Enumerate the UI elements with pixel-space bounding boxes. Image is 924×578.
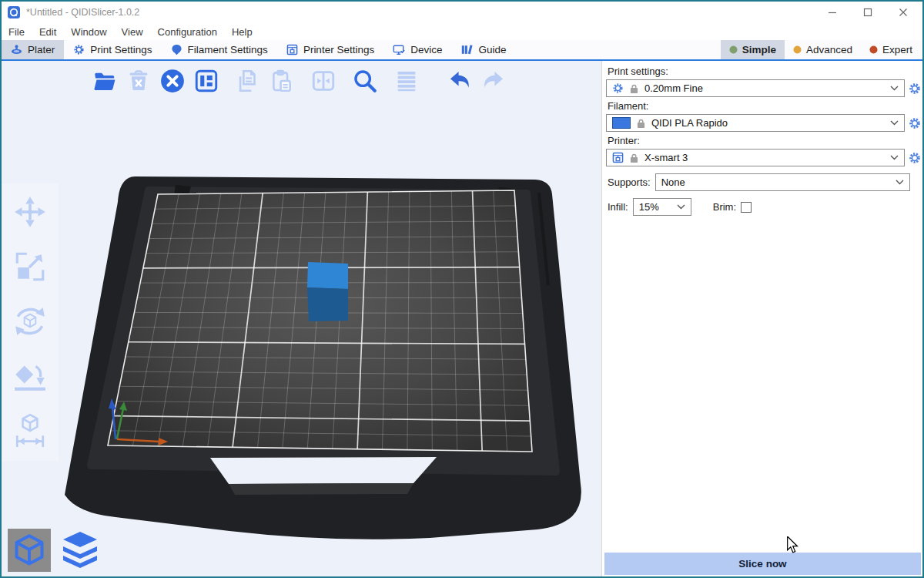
undo-button[interactable] xyxy=(446,67,474,95)
delete-button[interactable] xyxy=(125,67,152,95)
print-settings-gear-button[interactable] xyxy=(909,82,921,95)
3d-view-button[interactable] xyxy=(8,529,51,572)
mouse-cursor xyxy=(785,536,801,553)
slice-now-button[interactable]: Slice now xyxy=(604,553,921,575)
menu-file[interactable]: File xyxy=(8,26,25,38)
printer-icon xyxy=(286,44,298,55)
gizmo-toolbar xyxy=(2,183,59,461)
close-button[interactable] xyxy=(892,3,915,22)
layers-list-icon xyxy=(393,68,420,94)
printer-icon xyxy=(612,152,624,163)
open-folder-icon xyxy=(92,68,118,94)
paste-button[interactable] xyxy=(268,67,296,95)
move-tool-button[interactable] xyxy=(12,194,48,233)
tab-printer-settings[interactable]: Printer Settings xyxy=(277,40,383,59)
viewport-toolbar xyxy=(91,67,507,95)
tab-label: Filament Settings xyxy=(188,44,268,55)
move-icon xyxy=(12,194,48,230)
mode-switcher: Simple Advanced Expert xyxy=(721,40,921,59)
mode-label: Expert xyxy=(882,44,912,55)
maximize-button[interactable] xyxy=(856,3,879,22)
gear-icon xyxy=(73,44,85,55)
delete-all-button[interactable] xyxy=(159,67,186,95)
filament-combo[interactable]: QIDI PLA Rapido xyxy=(606,114,905,132)
title-bar: *Untitled - QIDISlicer-1.0.2 xyxy=(2,2,922,23)
redo-icon xyxy=(480,68,507,94)
printer-gear-button[interactable] xyxy=(909,152,921,164)
chevron-down-icon xyxy=(896,180,904,185)
menu-window[interactable]: Window xyxy=(71,26,106,38)
printer-combo[interactable]: X-smart 3 xyxy=(606,149,905,166)
chevron-down-icon xyxy=(890,120,899,126)
handle-notch xyxy=(210,457,437,484)
tab-bar: Plater Print Settings Filament Settings … xyxy=(2,40,922,61)
mode-advanced[interactable]: Advanced xyxy=(785,40,861,59)
tab-label: Guide xyxy=(478,44,506,55)
menu-bar: File Edit Window View Configuration Help xyxy=(2,23,922,40)
tab-plater[interactable]: Plater xyxy=(2,40,64,59)
rotate-tool-button[interactable] xyxy=(12,304,48,342)
mode-label: Simple xyxy=(742,44,776,55)
arrange-button[interactable] xyxy=(192,67,220,95)
lock-icon xyxy=(630,153,638,163)
variable-layer-height-button[interactable] xyxy=(393,67,420,95)
chevron-down-icon xyxy=(677,204,685,210)
filament-gear-button[interactable] xyxy=(909,117,921,129)
redo-button[interactable] xyxy=(480,67,507,95)
split-to-objects-button[interactable] xyxy=(310,67,337,95)
settings-panel: Print settings: 0.20mm Fine xyxy=(601,61,922,576)
open-button[interactable] xyxy=(91,67,119,95)
filament-value: QIDI PLA Rapido xyxy=(651,117,728,129)
3d-view-cube-icon xyxy=(12,533,46,567)
view-toggle-group xyxy=(8,527,103,572)
delete-all-icon xyxy=(159,68,186,94)
measure-icon xyxy=(12,413,48,449)
chevron-down-icon xyxy=(890,86,899,91)
menu-configuration[interactable]: Configuration xyxy=(158,26,217,38)
viewport-canvas[interactable] xyxy=(2,61,601,576)
arrange-icon xyxy=(193,68,219,94)
app-logo-icon xyxy=(8,6,20,18)
minimize-button[interactable] xyxy=(821,3,844,22)
app-window: *Untitled - QIDISlicer-1.0.2 File Edit W… xyxy=(0,0,924,578)
model-cube[interactable] xyxy=(307,262,348,321)
measure-tool-button[interactable] xyxy=(12,413,48,452)
search-icon xyxy=(352,68,378,94)
supports-combo[interactable]: None xyxy=(655,173,910,191)
plater-icon xyxy=(11,44,22,55)
lock-icon xyxy=(630,83,638,94)
gear-icon xyxy=(612,82,624,94)
tab-device[interactable]: Device xyxy=(383,40,451,59)
copy-button[interactable] xyxy=(234,67,262,95)
handle-bar xyxy=(229,483,413,495)
menu-edit[interactable]: Edit xyxy=(39,26,56,38)
infill-value: 15% xyxy=(639,201,659,213)
tab-label: Printer Settings xyxy=(303,44,374,55)
printer-label: Printer: xyxy=(608,135,921,146)
trash-icon xyxy=(126,68,152,94)
scale-tool-button[interactable] xyxy=(12,249,48,287)
tab-filament-settings[interactable]: Filament Settings xyxy=(162,40,277,59)
menu-help[interactable]: Help xyxy=(232,26,253,38)
brim-label: Brim: xyxy=(713,201,736,213)
mode-simple[interactable]: Simple xyxy=(721,40,785,59)
brim-checkbox[interactable] xyxy=(741,202,752,213)
guide-icon xyxy=(460,44,473,55)
layers-view-button[interactable] xyxy=(57,527,103,572)
undo-icon xyxy=(447,68,473,94)
place-on-face-tool-button[interactable] xyxy=(12,358,48,397)
window-title: *Untitled - QIDISlicer-1.0.2 xyxy=(26,7,139,18)
search-button[interactable] xyxy=(351,67,379,95)
tab-print-settings[interactable]: Print Settings xyxy=(64,40,161,59)
viewport-3d[interactable] xyxy=(2,61,601,576)
simple-dot-icon xyxy=(729,45,738,54)
lock-icon xyxy=(637,118,645,129)
advanced-dot-icon xyxy=(793,45,802,54)
tab-label: Plater xyxy=(28,44,55,55)
mode-expert[interactable]: Expert xyxy=(861,40,921,59)
split-icon xyxy=(310,68,336,94)
infill-combo[interactable]: 15% xyxy=(633,198,691,216)
menu-view[interactable]: View xyxy=(122,26,143,38)
print-settings-combo[interactable]: 0.20mm Fine xyxy=(606,79,905,97)
tab-guide[interactable]: Guide xyxy=(451,40,515,59)
